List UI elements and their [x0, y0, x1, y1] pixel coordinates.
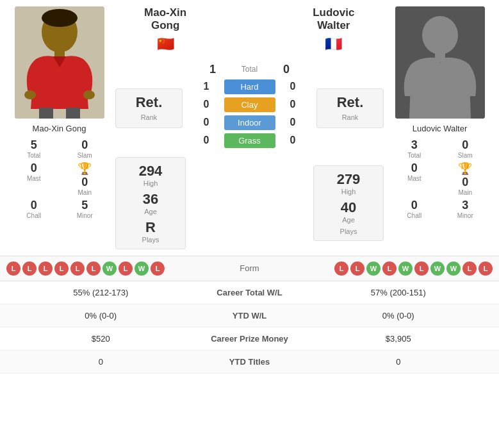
left-form-badges: LLLLLLWLWL	[6, 261, 224, 276]
form-badge: L	[86, 261, 101, 276]
left-player-name: Mao-Xin Gong	[33, 124, 86, 133]
right-grass-score: 0	[285, 135, 301, 146]
left-total-stat: 5 Total	[13, 138, 55, 159]
left-minor-stat: 5 Minor	[64, 199, 106, 219]
left-high-label: High	[139, 179, 163, 187]
prize-label: Career Prize Money	[192, 334, 307, 344]
right-high-val: 279	[337, 171, 361, 188]
form-badge: L	[119, 261, 133, 276]
left-high-val: 294	[139, 163, 163, 179]
career-wl-row: 55% (212-173) Career Total W/L 57% (200-…	[0, 281, 499, 304]
right-player-column: Ludovic Walter 3 Total 0 Slam 0 Mast 🏆 0	[384, 6, 496, 219]
left-player-column: Mao-Xin Gong 5 Total 0 Slam 0 Mast 🏆 0	[3, 6, 115, 219]
right-flag: 🇫🇷	[299, 36, 369, 53]
left-mast-stat: 0 Mast	[13, 162, 55, 196]
left-plays-val: R	[142, 219, 160, 236]
right-clay-score: 0	[285, 99, 301, 110]
right-ytd-titles: 0	[307, 357, 490, 367]
svg-rect-7	[39, 108, 53, 119]
clay-badge: Clay	[224, 97, 275, 112]
ytd-wl-row: 0% (0-0) YTD W/L 0% (0-0)	[0, 304, 499, 328]
left-career-wl: 55% (212-173)	[10, 288, 192, 297]
right-prize: $3,905	[307, 334, 490, 344]
form-badge: W	[430, 261, 445, 276]
hard-badge: Hard	[224, 79, 275, 94]
left-player-photo	[15, 6, 104, 119]
right-slam-stat: 0 Slam	[445, 138, 487, 159]
svg-point-5	[24, 90, 36, 99]
right-total-score: 0	[279, 63, 295, 76]
left-hard-score: 1	[199, 81, 215, 92]
right-career-wl: 57% (200-151)	[307, 288, 490, 297]
left-age-label: Age	[143, 208, 158, 215]
form-badge: L	[414, 261, 429, 276]
right-rank-card: Ret. Rank	[316, 88, 384, 128]
svg-point-3	[42, 9, 78, 27]
right-ytd-wl: 0% (0-0)	[307, 311, 490, 320]
right-indoor-score: 0	[285, 117, 301, 128]
prize-row: $520 Career Prize Money $3,905	[0, 328, 499, 351]
right-age-val: 40	[341, 199, 356, 216]
right-chall-stat: 0 Chall	[393, 199, 436, 219]
svg-rect-8	[66, 108, 80, 119]
form-badge: W	[135, 261, 149, 276]
left-plays-label: Plays	[142, 236, 160, 244]
left-age-val: 36	[143, 191, 158, 208]
indoor-badge: Indoor	[224, 115, 275, 130]
ytd-titles-label: YTD Titles	[192, 357, 307, 367]
right-total-stat: 3 Total	[393, 138, 436, 159]
right-mast-stat: 0 Mast	[393, 162, 436, 196]
main-container: Mao-Xin Gong 5 Total 0 Slam 0 Mast 🏆 0	[0, 0, 499, 374]
grass-badge: Grass	[224, 133, 275, 148]
stats-table: 55% (212-173) Career Total W/L 57% (200-…	[0, 281, 499, 374]
left-rank-card: Ret. Rank	[115, 88, 183, 128]
form-badge: L	[382, 261, 397, 276]
form-badge: W	[366, 261, 380, 276]
form-badge: L	[350, 261, 364, 276]
svg-point-10	[422, 16, 458, 54]
left-chall-stat: 0 Chall	[13, 199, 55, 219]
left-ytd-titles: 0	[10, 357, 192, 367]
right-high-label: High	[337, 188, 361, 195]
form-label: Form	[224, 263, 275, 273]
left-prize: $520	[10, 334, 192, 344]
right-form-badges: LLWLWLWWLL	[275, 261, 493, 276]
right-player-photo	[395, 6, 485, 119]
form-badge: L	[70, 261, 85, 276]
form-badge: L	[479, 261, 493, 276]
ytd-wl-label: YTD W/L	[192, 311, 307, 320]
left-ytd-wl: 0% (0-0)	[10, 311, 192, 320]
form-badge: L	[334, 261, 348, 276]
right-age-label: Age	[341, 216, 356, 224]
svg-point-6	[83, 90, 95, 99]
middle-column: Mao-Xin Gong 🇨🇳 Ludovic Walter 🇫🇷	[115, 6, 384, 249]
form-badge: L	[462, 261, 477, 276]
left-slam-stat: 0 Slam	[64, 138, 106, 159]
form-badge: L	[151, 261, 165, 276]
right-hard-score: 0	[285, 81, 301, 92]
form-badge: L	[22, 261, 37, 276]
form-badge: L	[6, 261, 20, 276]
left-grass-score: 0	[199, 135, 215, 146]
career-wl-label: Career Total W/L	[192, 288, 307, 297]
left-indoor-score: 0	[199, 117, 215, 128]
left-total-score: 1	[205, 63, 221, 76]
right-player-name: Ludovic Walter	[413, 124, 468, 133]
comparison-layout: Mao-Xin Gong 5 Total 0 Slam 0 Mast 🏆 0	[0, 0, 499, 256]
form-badge: L	[54, 261, 69, 276]
right-plays-label: Plays	[340, 228, 357, 235]
ytd-titles-row: 0 YTD Titles 0	[0, 351, 499, 374]
form-badge: L	[38, 261, 53, 276]
left-flag: 🇨🇳	[130, 36, 200, 53]
left-player-header: Mao-Xin Gong	[130, 6, 200, 33]
total-label: Total	[231, 65, 269, 74]
form-section: LLLLLLWLWL Form LLWLWLWWLL	[0, 256, 499, 281]
form-badge: W	[398, 261, 413, 276]
right-player-header: Ludovic Walter	[299, 6, 369, 33]
right-minor-stat: 3 Minor	[445, 199, 487, 219]
left-clay-score: 0	[199, 99, 215, 110]
form-badge: W	[102, 261, 117, 276]
form-badge: W	[446, 261, 461, 276]
